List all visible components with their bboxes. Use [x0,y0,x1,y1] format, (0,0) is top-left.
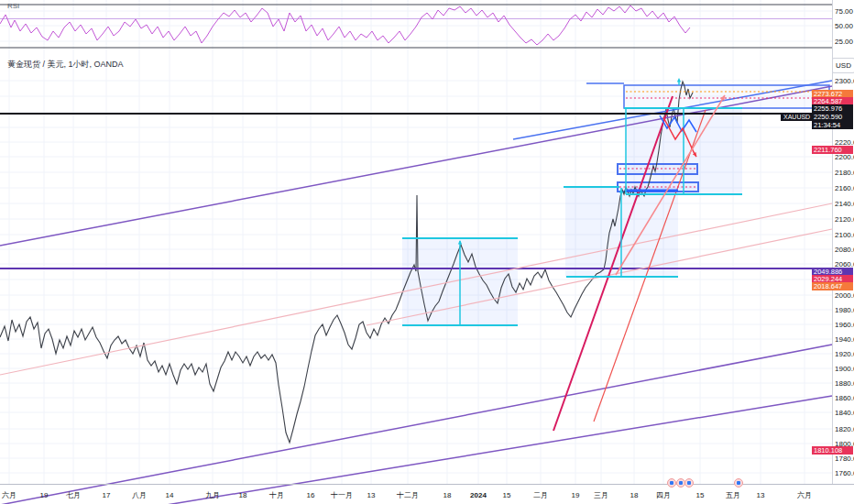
time-axis-tick[interactable]: 三月 [594,491,608,499]
drawing-box[interactable] [624,85,829,108]
time-axis-separator [0,484,854,485]
time-axis-tick[interactable]: 16 [307,491,315,499]
chart-canvas[interactable] [0,0,854,504]
symbol-price-tag: XAUUSD [781,113,813,121]
time-axis-tick[interactable]: 七月 [66,491,81,499]
trading-chart-window: { "header": { "rsi_label": "RSI", "symbo… [0,0,854,504]
time-axis-tick[interactable]: 15 [503,491,511,499]
currency-axis-button[interactable]: USD [832,58,854,73]
price-axis-tick[interactable]: 1880.000 [835,379,854,388]
price-axis-tick[interactable]: 1960.000 [835,321,854,329]
price-axis-tick[interactable]: 2200.000 [835,153,854,161]
arrow-head [677,78,681,82]
time-axis-tick[interactable]: 14 [166,491,174,499]
price-axis-separator [832,0,833,484]
time-axis-tick[interactable]: 13 [757,491,765,499]
calendar-event-icon[interactable] [667,478,676,488]
time-axis-tick[interactable]: 15 [696,491,705,499]
time-axis-tick[interactable]: 十一月 [331,491,353,499]
price-axis-tick[interactable]: 1980.000 [835,306,854,314]
price-axis-tick[interactable]: 1760.000 [835,469,854,477]
price-axis-tick[interactable]: 2000.000 [835,291,854,300]
symbol-title[interactable]: 黄金现货 / 美元, 1小时, OANDA [7,59,124,71]
price-axis-tick[interactable]: 2120.000 [835,215,854,224]
price-axis-tick[interactable]: 2140.000 [835,200,854,208]
rsi-axis-tick[interactable]: 75.00 [835,7,853,16]
rsi-axis-tick[interactable]: 25.00 [835,38,853,46]
calendar-event-icon[interactable] [734,478,743,488]
price-axis-tick[interactable]: 2080.000 [835,246,854,254]
time-axis-tick[interactable]: 十月 [269,491,284,499]
calendar-event-icon[interactable] [684,478,694,488]
time-axis-tick[interactable]: 四月 [656,491,671,499]
price-axis-tick[interactable]: 2160.000 [835,184,854,192]
rsi-indicator-label[interactable]: RSI [7,2,19,10]
price-axis-tick[interactable]: 1840.000 [835,409,854,417]
trend-line[interactable] [0,203,832,375]
price-axis-tick[interactable]: 1860.000 [835,394,854,402]
time-axis-tick[interactable]: 八月 [132,491,147,499]
time-axis-tick[interactable]: 十二月 [397,491,419,499]
price-axis-tick[interactable]: 1920.000 [835,350,854,358]
price-axis-tick[interactable]: 1820.000 [835,425,854,433]
price-badge: 2250.590 [812,113,853,121]
time-axis-tick[interactable]: 18 [630,491,639,499]
time-axis-tick[interactable]: 二月 [533,491,548,499]
price-axis-tick[interactable]: 1900.000 [835,365,854,373]
price-axis-tick[interactable]: 2100.000 [835,231,854,239]
price-badge: 21:34:54 [812,121,853,129]
price-badge: 2211.760 [812,146,853,154]
price-axis-tick[interactable]: 2180.000 [835,169,854,177]
time-axis-tick[interactable]: 13 [367,491,376,499]
price-badge: 2255.976 [812,104,853,113]
time-axis-tick[interactable]: 九月 [205,491,220,499]
price-badge: 2018.647 [812,282,853,290]
price-axis-tick[interactable]: 1940.000 [835,335,854,344]
time-axis-tick[interactable]: 19 [40,491,49,499]
price-axis-tick[interactable]: 1780.000 [835,455,854,463]
price-badge: 1810.108 [812,446,853,455]
time-axis-tick[interactable]: 18 [443,491,452,499]
price-axis-tick[interactable]: 2300.000 [835,77,854,85]
time-axis-tick[interactable]: 19 [572,491,580,499]
time-axis-tick[interactable]: 17 [103,491,111,499]
time-axis-tick[interactable]: 2024 [470,491,487,499]
time-axis-tick[interactable]: 六月 [797,491,812,499]
time-axis-tick[interactable]: 六月 [2,491,16,499]
time-axis-tick[interactable]: 五月 [726,491,740,499]
rsi-axis-tick[interactable]: 50.00 [835,22,853,30]
time-axis-tick[interactable]: 18 [239,491,247,499]
